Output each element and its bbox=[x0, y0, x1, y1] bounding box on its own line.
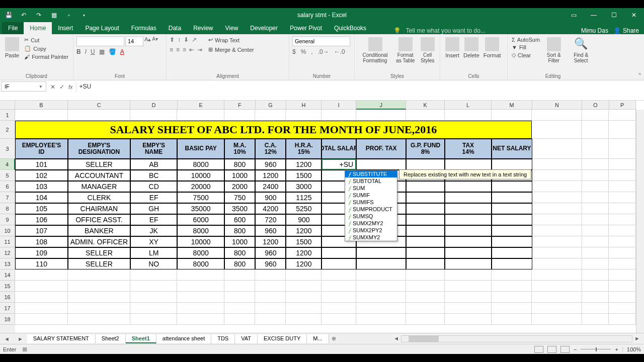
sheet-tab[interactable]: attendance sheet bbox=[156, 334, 211, 343]
cell[interactable]: 800 bbox=[224, 225, 255, 236]
cell[interactable] bbox=[224, 292, 255, 303]
cell[interactable] bbox=[609, 225, 636, 236]
row-header[interactable]: 10 bbox=[0, 225, 15, 236]
cell[interactable] bbox=[445, 258, 492, 269]
cell[interactable] bbox=[224, 281, 255, 292]
cell[interactable] bbox=[177, 292, 224, 303]
cell[interactable]: 750 bbox=[224, 192, 255, 203]
cell[interactable]: 35000 bbox=[177, 203, 224, 214]
cell[interactable]: 1200 bbox=[286, 225, 321, 236]
align-right-icon[interactable]: ≡ bbox=[183, 46, 186, 53]
cell[interactable]: 960 bbox=[255, 225, 286, 236]
fill-color-icon[interactable]: 🪣 bbox=[109, 48, 116, 55]
column-header[interactable]: E bbox=[178, 101, 225, 110]
cell[interactable] bbox=[255, 110, 286, 121]
cell[interactable] bbox=[286, 314, 321, 325]
cell[interactable]: M.A.10% bbox=[224, 139, 255, 159]
number-format-select[interactable] bbox=[292, 36, 350, 46]
cell[interactable] bbox=[582, 258, 609, 269]
cell[interactable] bbox=[321, 247, 356, 258]
cell[interactable] bbox=[177, 314, 224, 325]
cell[interactable]: 107 bbox=[15, 225, 68, 236]
cell[interactable] bbox=[582, 281, 609, 292]
sheet-nav-prev-icon[interactable]: ◄ bbox=[0, 336, 14, 342]
cell[interactable]: 104 bbox=[15, 192, 68, 203]
cell[interactable] bbox=[492, 192, 532, 203]
redo-icon[interactable]: ↷ bbox=[34, 11, 43, 20]
qa-icon[interactable]: ▦ bbox=[49, 11, 58, 20]
cell[interactable] bbox=[255, 292, 286, 303]
sheet-tab[interactable]: TDS bbox=[211, 334, 235, 343]
cell[interactable] bbox=[406, 159, 444, 170]
column-header[interactable]: L bbox=[445, 101, 492, 110]
cell[interactable] bbox=[492, 159, 532, 170]
fx-icon[interactable]: fx bbox=[68, 84, 73, 90]
cell[interactable]: EMPY'SDESIGNATION bbox=[68, 139, 130, 159]
horizontal-scrollbar[interactable] bbox=[401, 335, 632, 342]
cell[interactable] bbox=[492, 236, 532, 247]
indent-inc-icon[interactable]: ⇥ bbox=[197, 46, 202, 53]
cell[interactable] bbox=[582, 269, 609, 281]
cell[interactable] bbox=[130, 303, 178, 314]
cell[interactable] bbox=[130, 269, 178, 281]
cell[interactable] bbox=[406, 281, 444, 292]
cell[interactable]: EMPLOYEE'SID bbox=[15, 139, 68, 159]
cell[interactable]: 1500 bbox=[286, 170, 321, 181]
cell[interactable] bbox=[609, 236, 636, 247]
cell[interactable]: EMPY'SNAME bbox=[130, 139, 178, 159]
cell[interactable]: OFFICE ASST. bbox=[68, 214, 130, 225]
cell[interactable] bbox=[224, 303, 255, 314]
autocomplete-item[interactable]: ⨍SUBTOTAL bbox=[345, 177, 397, 185]
cell[interactable]: 2400 bbox=[255, 181, 286, 192]
cell[interactable] bbox=[286, 110, 321, 121]
cell[interactable] bbox=[445, 236, 492, 247]
row-header[interactable]: 2 bbox=[0, 121, 15, 139]
close-icon[interactable]: ✕ bbox=[624, 8, 644, 22]
cell[interactable]: 960 bbox=[255, 159, 286, 170]
cell[interactable] bbox=[532, 236, 582, 247]
zoom-in-icon[interactable]: + bbox=[615, 346, 618, 352]
chevron-down-icon[interactable]: ▼ bbox=[39, 84, 43, 89]
column-header[interactable]: H bbox=[286, 101, 322, 110]
cell[interactable] bbox=[492, 281, 532, 292]
cell[interactable] bbox=[286, 269, 321, 281]
cell[interactable] bbox=[532, 258, 582, 269]
cell[interactable]: +SU bbox=[321, 159, 356, 170]
cell[interactable] bbox=[492, 181, 532, 192]
column-header[interactable]: D bbox=[130, 101, 178, 110]
cell[interactable] bbox=[356, 303, 406, 314]
cell[interactable] bbox=[406, 236, 444, 247]
cell[interactable]: 900 bbox=[286, 214, 321, 225]
cell[interactable] bbox=[255, 314, 286, 325]
cell[interactable] bbox=[15, 281, 68, 292]
cell[interactable] bbox=[532, 314, 582, 325]
cell[interactable]: XY bbox=[130, 236, 178, 247]
column-header[interactable]: I bbox=[321, 101, 356, 110]
row-header[interactable]: 14 bbox=[0, 269, 15, 281]
cell[interactable] bbox=[532, 269, 582, 281]
column-header[interactable]: K bbox=[406, 101, 444, 110]
cell[interactable] bbox=[406, 303, 444, 314]
cell[interactable] bbox=[356, 247, 406, 258]
merge-center-button[interactable]: ⊞Merge & Center bbox=[207, 46, 255, 53]
increase-decimal-icon[interactable]: .0→ bbox=[318, 48, 329, 55]
cell[interactable] bbox=[406, 181, 444, 192]
format-painter-button[interactable]: 🖌Format Painter bbox=[23, 53, 69, 60]
cell[interactable] bbox=[609, 181, 636, 192]
cell[interactable] bbox=[582, 170, 609, 181]
cell[interactable] bbox=[356, 292, 406, 303]
row-header[interactable]: 9 bbox=[0, 214, 15, 225]
cell[interactable] bbox=[492, 225, 532, 236]
autocomplete-item[interactable]: ⨍SUMPRODUCT bbox=[345, 206, 397, 213]
tab-data[interactable]: Data bbox=[163, 22, 187, 34]
autocomplete-item[interactable]: ⨍SUMIFS bbox=[345, 199, 397, 206]
cell[interactable]: 3500 bbox=[224, 203, 255, 214]
cell[interactable] bbox=[68, 292, 130, 303]
cell[interactable]: 960 bbox=[255, 247, 286, 258]
cell[interactable]: 10000 bbox=[177, 236, 224, 247]
cell[interactable] bbox=[255, 281, 286, 292]
autocomplete-item[interactable]: ⨍SUMSQ bbox=[345, 213, 397, 220]
row-header[interactable]: 7 bbox=[0, 192, 15, 203]
cell-styles-button[interactable]: Cell Styles bbox=[418, 36, 437, 64]
cell[interactable]: 1000 bbox=[224, 170, 255, 181]
